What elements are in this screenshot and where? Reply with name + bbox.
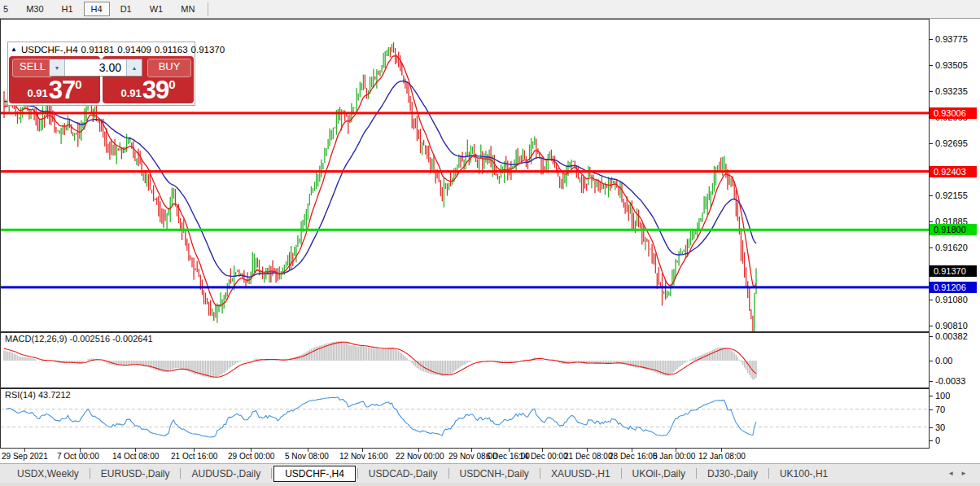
one-click-trade-panel: ▲ USDCHF-,H4 0.91181 0.91409 0.91163 0.9… <box>7 42 195 106</box>
macd-panel[interactable]: MACD(12,26,9) -0.002516 -0.002641 <box>0 332 930 388</box>
price-level-badge: 0.92403 <box>930 166 977 177</box>
rsi-tick-mark <box>930 440 933 441</box>
macd-histogram <box>4 341 756 379</box>
time-axis-label: 5 Nov 08:00 <box>285 452 329 461</box>
tab-separator <box>271 468 272 479</box>
tab-separator <box>696 468 697 479</box>
tab-scroll-right-icon[interactable]: ► <box>960 470 967 477</box>
tab-scroll-left-icon[interactable]: ◄ <box>947 470 954 477</box>
time-axis-label: 14 Dec 00:00 <box>519 452 568 461</box>
chart-tab-ukoil-daily[interactable]: UKOil-,Daily <box>623 466 694 482</box>
price-tick-label: 0.90810 <box>935 321 968 331</box>
trade-widget: SELL 0.91 37 0 BUY 0.91 39 0 <box>9 56 194 104</box>
time-axis-label: 5 Jan 00:00 <box>653 452 695 461</box>
rsi-tick-label: 0 <box>935 436 940 445</box>
time-axis-label: 12 Jan 08:00 <box>698 452 746 461</box>
timeframe-button-h4[interactable]: H4 <box>84 2 110 16</box>
ohlc-low: 0.91163 <box>155 45 188 55</box>
window-bottom-strip <box>0 483 980 486</box>
sell-price-prefix: 0.91 <box>27 87 47 99</box>
sell-price: 0.91 37 0 <box>9 75 100 103</box>
price-tick-mark <box>930 143 933 144</box>
ma-slow-line <box>4 81 756 278</box>
chart-tab-xauusd-h1[interactable]: XAUUSD-,H1 <box>542 466 619 482</box>
buy-price: 0.91 39 0 <box>103 75 194 103</box>
timeframe-button-5[interactable]: 5 <box>0 2 15 16</box>
rsi-label: RSI(14) 43.7212 <box>3 390 72 400</box>
chart-tab-eurusd-daily[interactable]: EURUSD-,Daily <box>92 466 179 482</box>
rsi-tick-mark <box>930 396 933 396</box>
timeframe-button-m30[interactable]: M30 <box>19 2 50 16</box>
chart-tab-uk100-h1[interactable]: UK100-,H1 <box>771 466 837 482</box>
time-axis[interactable]: 29 Sep 20217 Oct 00:0014 Oct 08:0021 Oct… <box>0 449 930 463</box>
collapse-icon[interactable]: ▲ <box>11 46 17 53</box>
time-axis-label: 21 Dec 08:00 <box>564 452 613 461</box>
tab-separator <box>768 468 769 479</box>
chevron-up-icon: ▲ <box>132 65 138 71</box>
timeframe-toolbar: 5M30H1H4D1W1MN <box>0 0 980 19</box>
current-price-badge: 0.91370 <box>930 265 977 277</box>
time-axis-label: 21 Oct 16:00 <box>171 452 217 461</box>
chart-tab-dj30-daily[interactable]: DJ30-,Daily <box>698 466 767 482</box>
price-tick-label: 0.92155 <box>935 190 968 200</box>
rsi-tick-label: 70 <box>935 405 945 414</box>
rsi-tick-mark <box>930 427 933 428</box>
macd-tick-mark <box>930 381 933 382</box>
time-axis-label: 7 Oct 00:00 <box>57 452 99 461</box>
price-tick-label: 0.91080 <box>935 295 968 304</box>
sell-price-big: 37 <box>49 77 75 103</box>
resistance-line-upper-line <box>1 112 929 114</box>
trading-terminal-window: 5M30H1H4D1W1MN ▲ USDCHF-,H4 0.91181 0.91… <box>0 0 980 486</box>
price-tick-mark <box>930 195 933 196</box>
price-tick-label: 0.93505 <box>935 60 968 70</box>
tab-separator <box>357 468 358 479</box>
chevron-down-icon: ▼ <box>55 65 60 71</box>
price-tick-label: 0.91620 <box>935 243 968 252</box>
tab-separator <box>621 468 622 479</box>
rsi-panel[interactable]: RSI(14) 43.7212 <box>0 388 930 449</box>
ohlc-high: 0.91409 <box>117 45 151 55</box>
price-tick-mark <box>930 326 933 326</box>
price-tick-label: 0.93235 <box>935 86 968 96</box>
macd-tick-label: 0.00 <box>935 356 952 366</box>
time-axis-label: 12 Nov 16:00 <box>339 452 388 461</box>
price-chart-panel[interactable]: ▲ USDCHF-,H4 0.91181 0.91409 0.91163 0.9… <box>0 19 930 332</box>
chart-tab-audusd-daily[interactable]: AUDUSD-,Daily <box>182 466 269 482</box>
rsi-tick-label: 100 <box>935 391 950 401</box>
ohlc-close: 0.91370 <box>191 45 225 55</box>
volume-input[interactable] <box>65 59 126 76</box>
chart-tab-usdx-weekly[interactable]: USDX,Weekly <box>8 466 88 482</box>
time-axis-label: 29 Oct 00:00 <box>228 452 274 461</box>
timeframe-button-mn[interactable]: MN <box>173 2 202 16</box>
volume-increase-button[interactable]: ▲ <box>126 59 142 76</box>
chart-tab-usdchf-h4[interactable]: USDCHF-,H4 <box>273 466 356 482</box>
macd-label: MACD(12,26,9) -0.002516 -0.002641 <box>3 334 155 344</box>
price-tick-mark <box>930 221 933 222</box>
chart-symbol-label: USDCHF-,H4 <box>21 45 78 55</box>
support-line-blue-line <box>1 286 929 288</box>
chart-tab-usdcad-daily[interactable]: USDCAD-,Daily <box>360 466 447 482</box>
macd-tick-label: -0.0033 <box>935 376 965 386</box>
price-tick-mark <box>930 247 933 248</box>
macd-tick-mark <box>930 336 933 337</box>
buy-price-sup: 0 <box>168 77 175 91</box>
price-level-badge: 0.93006 <box>930 107 977 119</box>
volume-spinner: ▼ ▲ <box>49 59 142 77</box>
macd-tick-mark <box>930 361 933 361</box>
timeframe-button-d1[interactable]: D1 <box>113 2 139 16</box>
time-axis-label: 14 Oct 08:00 <box>112 452 159 461</box>
chart-tab-usdcnh-daily[interactable]: USDCNH-,Daily <box>451 466 538 482</box>
timeframe-button-w1[interactable]: W1 <box>142 2 171 16</box>
price-axis[interactable]: 0.937750.935050.932350.929650.926950.924… <box>930 19 980 463</box>
buy-price-big: 39 <box>142 77 168 103</box>
pivot-line-green-line <box>1 229 929 231</box>
resistance-line-lower-line <box>1 170 929 173</box>
price-tick-mark <box>930 91 933 92</box>
price-level-badge: 0.91206 <box>930 282 977 293</box>
tab-separator <box>540 468 540 479</box>
sell-price-sup: 0 <box>75 77 81 91</box>
timeframe-button-h1[interactable]: H1 <box>55 2 81 16</box>
rsi-line <box>6 397 756 437</box>
rsi-tick-mark <box>930 409 933 410</box>
volume-decrease-button[interactable]: ▼ <box>50 59 65 76</box>
